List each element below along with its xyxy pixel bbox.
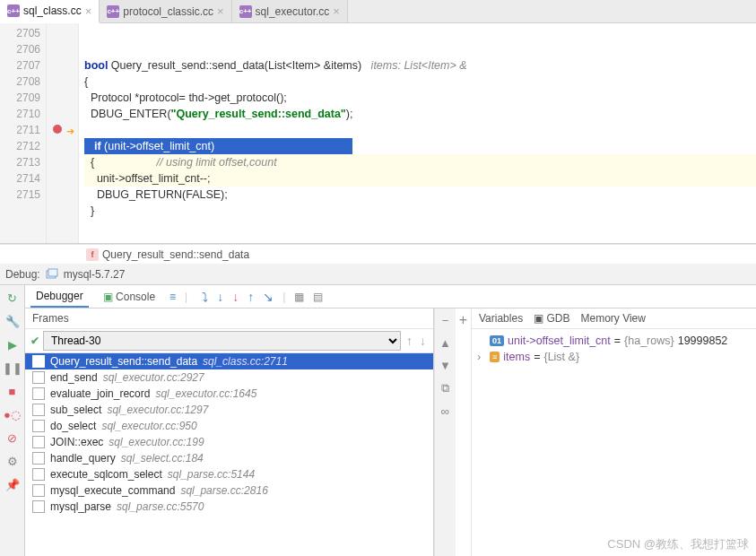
frame-name: Query_result_send::send_data <box>50 355 197 368</box>
glasses-icon[interactable]: ∞ <box>441 404 449 418</box>
stack-frame[interactable]: JOIN::exec sql_executor.cc:199 <box>25 434 433 450</box>
evaluate-icon[interactable]: ▦ <box>294 291 304 303</box>
close-icon[interactable]: × <box>333 4 340 18</box>
variable-name: unit->offset_limit_cnt <box>508 334 611 347</box>
variable-type: {ha_rows} <box>624 334 674 347</box>
tab-sql-executor[interactable]: c++ sql_executor.cc × <box>232 0 348 22</box>
frame-location: sql_executor.cc:2927 <box>103 371 204 384</box>
tab-sql-class[interactable]: c++ sql_class.cc × <box>0 0 100 23</box>
frame-location: sql_executor.cc:1645 <box>155 387 256 400</box>
breakpoint-marker[interactable]: 2711 <box>0 122 46 138</box>
add-watch-icon[interactable]: + <box>456 308 472 556</box>
code-area[interactable]: bool Query_result_send::send_data(List<I… <box>79 23 756 243</box>
code-editor[interactable]: 2705 2706 2707 2708 2709 2710 2711 2712 … <box>0 23 756 244</box>
console-icon: ▣ <box>103 291 113 303</box>
stack-frame[interactable]: execute_sqlcom_select sql_parse.cc:5144 <box>25 466 433 482</box>
stack-frame[interactable]: do_select sql_executor.cc:950 <box>25 418 433 434</box>
tab-memory-view[interactable]: Memory View <box>581 312 646 325</box>
tab-label: sql_class.cc <box>23 4 82 17</box>
frame-down-icon[interactable]: ↓ <box>418 334 428 348</box>
variables-tabs: Variables ▣ GDB Memory View <box>472 308 756 329</box>
frame-name: execute_sqlcom_select <box>50 468 162 481</box>
tab-debugger[interactable]: Debugger <box>30 286 89 308</box>
thread-selector[interactable]: Thread-30 <box>43 331 401 351</box>
cpp-icon: c++ <box>107 5 119 18</box>
frame-icon <box>32 371 45 384</box>
frame-icon <box>32 420 45 432</box>
frame-name: handle_query <box>50 452 116 465</box>
tab-label: sql_executor.cc <box>256 5 330 18</box>
step-out-icon[interactable]: ↑ <box>248 290 254 304</box>
frames-panel: Frames ✔ Thread-30 ↑ ↓ Query_result_send… <box>25 308 434 556</box>
variable-row[interactable]: ›≡ items = {List &} <box>477 349 751 365</box>
step-over-icon[interactable]: ⤵ <box>202 290 208 304</box>
debug-header: Debug: mysql-5.7.27 <box>0 264 756 285</box>
run-to-cursor-icon[interactable]: ↘ <box>263 290 274 304</box>
type-badge: ≡ <box>490 352 500 362</box>
frame-icon <box>32 468 45 481</box>
frame-icon <box>32 436 45 448</box>
debug-config[interactable]: mysql-5.7.27 <box>64 268 126 281</box>
stack-frame[interactable]: end_send sql_executor.cc:2927 <box>25 369 433 386</box>
close-icon[interactable]: × <box>85 4 92 18</box>
mute-bp-icon[interactable]: ⊘ <box>5 430 20 445</box>
frame-icon <box>32 452 45 465</box>
frame-icon <box>32 484 45 497</box>
frame-location: sql_parse.cc:5144 <box>168 468 255 481</box>
frames-side-toolbar: − ▲ ▼ ⧉ ∞ <box>434 308 456 556</box>
frame-location: sql_class.cc:2711 <box>203 355 288 368</box>
variable-type: {List &} <box>543 351 579 363</box>
frame-up-icon[interactable]: ↑ <box>404 334 414 348</box>
breadcrumb[interactable]: f Query_result_send::send_data <box>0 244 756 264</box>
breadcrumb-label: Query_result_send::send_data <box>102 248 249 261</box>
stack-frame[interactable]: sub_select sql_executor.cc:1297 <box>25 402 433 418</box>
layout-icon[interactable]: ▤ <box>313 291 323 303</box>
variable-eq: = <box>534 351 540 363</box>
resume-icon[interactable]: ▶ <box>5 337 20 352</box>
variables-list[interactable]: 01 unit->offset_limit_cnt = {ha_rows} 19… <box>472 329 756 556</box>
pause-icon[interactable]: ❚❚ <box>5 361 20 375</box>
stack-frame[interactable]: mysql_execute_command sql_parse.cc:2816 <box>25 482 433 499</box>
threads-icon[interactable]: ≡ <box>169 291 176 303</box>
stack-frame[interactable]: Query_result_send::send_data sql_class.c… <box>25 353 433 369</box>
execution-line: if (unit->offset_limit_cnt) <box>84 138 352 154</box>
cpp-icon: c++ <box>239 5 252 18</box>
tab-protocol-classic[interactable]: c++ protocol_classic.cc × <box>100 0 231 22</box>
cpp-icon: c++ <box>7 4 20 17</box>
wrench-icon[interactable]: 🔧 <box>5 314 20 328</box>
close-icon[interactable]: × <box>217 4 224 18</box>
tab-gdb[interactable]: ▣ GDB <box>534 312 569 325</box>
step-into-icon[interactable]: ↓ <box>217 290 223 304</box>
minus-icon[interactable]: − <box>442 314 449 327</box>
down-icon[interactable]: ▼ <box>439 359 451 372</box>
run-config-icon <box>46 268 58 281</box>
variable-row[interactable]: 01 unit->offset_limit_cnt = {ha_rows} 19… <box>477 333 751 349</box>
frame-name: do_select <box>50 420 96 432</box>
tab-console[interactable]: ▣ Console <box>98 287 161 307</box>
console-icon: ▣ <box>534 312 543 325</box>
up-icon[interactable]: ▲ <box>439 336 451 350</box>
stack-frame[interactable]: mysql_parse sql_parse.cc:5570 <box>25 499 433 515</box>
frame-icon <box>32 404 45 416</box>
breakpoints-icon[interactable]: ●◌ <box>5 407 20 421</box>
stop-icon[interactable]: ■ <box>5 384 20 398</box>
function-icon: f <box>86 248 99 261</box>
stack-frame[interactable]: handle_query sql_select.cc:184 <box>25 450 433 466</box>
frame-icon <box>32 355 45 368</box>
rerun-icon[interactable]: ↻ <box>5 291 20 305</box>
frame-list[interactable]: Query_result_send::send_data sql_class.c… <box>25 353 433 556</box>
copy-icon[interactable]: ⧉ <box>441 381 449 395</box>
expand-icon[interactable]: › <box>477 351 486 363</box>
frame-location: sql_executor.cc:950 <box>101 420 196 432</box>
stack-frame[interactable]: evaluate_join_record sql_executor.cc:164… <box>25 386 433 402</box>
variable-value: 19999852 <box>678 334 728 347</box>
debug-label: Debug: <box>5 268 40 281</box>
frame-name: JOIN::exec <box>50 436 103 448</box>
force-step-into-icon[interactable]: ↓ <box>232 290 239 304</box>
thread-selector-row: ✔ Thread-30 ↑ ↓ <box>25 329 433 353</box>
pin-icon[interactable]: 📌 <box>5 477 20 491</box>
frame-name: mysql_parse <box>50 500 111 513</box>
debug-toolbar: ↻ 🔧 ▶ ❚❚ ■ ●◌ ⊘ ⚙ 📌 <box>0 285 25 556</box>
settings-icon[interactable]: ⚙ <box>5 454 20 468</box>
tab-variables[interactable]: Variables <box>479 312 523 325</box>
